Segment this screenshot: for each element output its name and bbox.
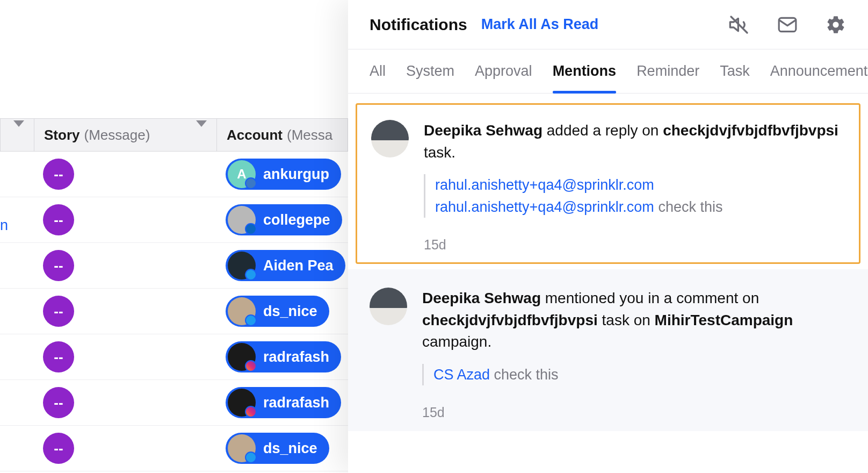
table-row[interactable]: -- collegepe (0, 197, 348, 243)
chevron-down-icon (13, 127, 24, 144)
account-pill[interactable]: radrafash (226, 341, 341, 372)
story-pill[interactable]: -- (43, 387, 74, 418)
story-pill[interactable]: -- (43, 341, 74, 372)
comment-quote: CS Azad check this (422, 364, 847, 386)
tab-task[interactable]: Task (720, 49, 750, 93)
account-name: ds_nice (263, 303, 317, 320)
mute-icon[interactable] (728, 14, 750, 35)
avatar (371, 120, 409, 157)
tab-announcement[interactable]: Announcement (770, 49, 868, 93)
panel-title: Notifications (370, 16, 467, 34)
story-pill[interactable]: -- (43, 159, 74, 190)
twitter-icon (245, 269, 257, 281)
notifications-panel: Notifications Mark All As Read All Syste… (348, 0, 868, 473)
tab-system[interactable]: System (406, 49, 454, 93)
timestamp: 15d (424, 237, 845, 253)
notification-text: Deepika Sehwag added a reply on checkjdv… (424, 120, 845, 163)
object-name: checkjdvjfvbjdfbvfjbvpsi (422, 312, 598, 328)
mail-icon[interactable] (777, 14, 798, 35)
column-sublabel: (Message) (84, 127, 150, 144)
mark-all-read-button[interactable]: Mark All As Read (481, 16, 599, 33)
account-name: collegepe (263, 212, 330, 228)
notification-item[interactable]: Deepika Sehwag mentioned you in a commen… (348, 269, 868, 431)
story-pill[interactable]: -- (43, 296, 74, 327)
avatar (228, 252, 256, 280)
campaign-name: MihirTestCampaign (655, 312, 793, 328)
comment-quote: rahul.anishetty+qa4@sprinklr.com rahul.a… (424, 174, 845, 218)
action-mid: task on (598, 312, 655, 328)
tab-reminder[interactable]: Reminder (636, 49, 699, 93)
column-label: Story (44, 127, 79, 144)
account-name: ankurgup (263, 166, 329, 183)
panel-header: Notifications Mark All As Read (348, 0, 868, 49)
notification-text: Deepika Sehwag mentioned you in a commen… (422, 288, 847, 353)
account-pill[interactable]: Aiden Pea (226, 250, 345, 281)
table-row[interactable]: -- radrafash (0, 334, 348, 380)
mention-link[interactable]: rahul.anishetty+qa4@sprinklr.com (435, 199, 654, 215)
tab-mentions[interactable]: Mentions (553, 49, 617, 93)
instagram-icon (245, 360, 257, 372)
account-name: ds_nice (263, 440, 317, 457)
notification-body: Deepika Sehwag added a reply on checkjdv… (424, 120, 845, 253)
notification-item-highlighted[interactable]: Deepika Sehwag added a reply on checkjdv… (356, 103, 860, 264)
account-pill[interactable]: radrafash (226, 387, 341, 418)
tab-approval[interactable]: Approval (475, 49, 532, 93)
action-text: mentioned you in a comment on (541, 290, 759, 306)
quote-text: check this (490, 367, 559, 383)
mention-link[interactable]: CS Azad (433, 367, 490, 383)
gear-icon[interactable] (825, 14, 847, 35)
quote-text: check this (654, 199, 723, 215)
notification-body: Deepika Sehwag mentioned you in a commen… (422, 288, 847, 420)
background-table: Story (Message) Account (Messa -- Aankur… (0, 0, 348, 473)
avatar (370, 288, 407, 325)
story-pill[interactable]: -- (43, 250, 74, 281)
avatar (228, 206, 256, 234)
twitter-icon (245, 452, 257, 463)
avatar: A (228, 160, 256, 188)
table-row[interactable]: -- ds_nice (0, 426, 348, 471)
avatar (228, 434, 256, 462)
table-row[interactable]: -- radrafash (0, 380, 348, 426)
actor-name: Deepika Sehwag (424, 122, 542, 139)
notification-tabs: All System Approval Mentions Reminder Ta… (348, 49, 868, 94)
column-header-account[interactable]: Account (Messa (217, 119, 348, 151)
account-pill[interactable]: ds_nice (226, 433, 329, 464)
account-pill[interactable]: ds_nice (226, 296, 329, 327)
linkedin-icon (245, 223, 257, 235)
account-name: Aiden Pea (263, 257, 334, 274)
header-action-icons (728, 14, 847, 35)
table-row[interactable]: -- Aiden Pea (0, 243, 348, 289)
mention-link[interactable]: rahul.anishetty+qa4@sprinklr.com (435, 177, 654, 193)
tab-all[interactable]: All (370, 49, 386, 93)
avatar (228, 343, 256, 371)
table-row[interactable]: -- Aankurgup (0, 152, 348, 197)
column-label: Account (227, 127, 283, 144)
column-header-blank[interactable] (0, 119, 34, 151)
action-suffix: campaign. (422, 333, 491, 350)
actor-name: Deepika Sehwag (422, 290, 541, 306)
action-text: added a reply on (542, 122, 663, 139)
action-suffix: task. (424, 144, 455, 161)
story-pill[interactable]: -- (43, 204, 74, 235)
object-name: checkjdvjfvbjdfbvfjbvpsi (663, 122, 838, 139)
instagram-icon (245, 406, 257, 418)
account-pill[interactable]: collegepe (226, 204, 342, 235)
column-sublabel: (Messa (287, 127, 332, 144)
story-pill[interactable]: -- (43, 433, 74, 464)
twitter-icon (245, 314, 257, 326)
avatar (228, 389, 256, 417)
wordpress-icon (245, 177, 257, 189)
column-header-story[interactable]: Story (Message) (34, 119, 217, 151)
account-pill[interactable]: Aankurgup (226, 159, 341, 190)
table-row[interactable]: -- ds_nice (0, 289, 348, 334)
avatar (228, 297, 256, 325)
table-body: -- Aankurgup -- collegepe -- Aiden Pea -… (0, 152, 348, 471)
account-name: radrafash (263, 349, 329, 366)
table-header-row: Story (Message) Account (Messa (0, 118, 348, 152)
account-name: radrafash (263, 395, 329, 411)
notification-list: Deepika Sehwag added a reply on checkjdv… (348, 103, 868, 431)
chevron-down-icon (196, 127, 207, 144)
timestamp: 15d (422, 405, 847, 420)
truncated-link[interactable]: n (0, 217, 8, 234)
